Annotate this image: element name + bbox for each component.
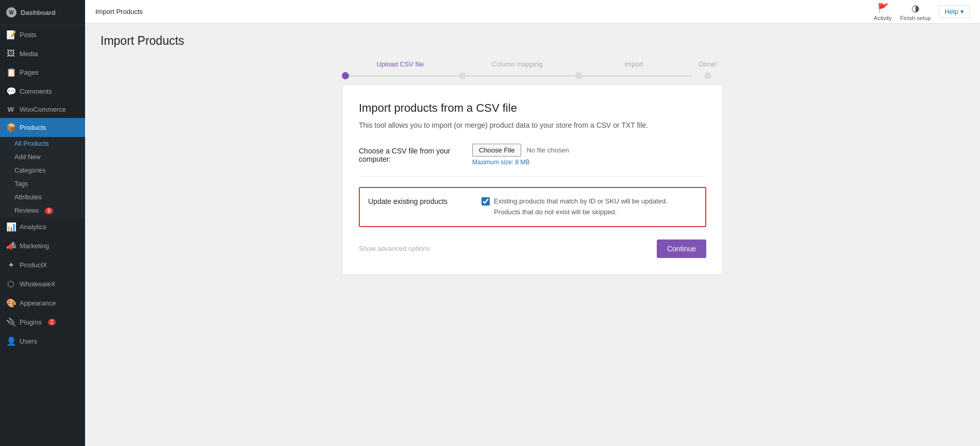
sidebar-item-pages[interactable]: 📋 Pages: [0, 63, 85, 82]
sidebar-item-plugins[interactable]: 🔌 Plugins 2: [0, 313, 85, 332]
all-products-label: All Products: [14, 140, 49, 147]
sidebar-item-attributes[interactable]: Attributes: [0, 191, 85, 204]
reviews-label: Reviews: [14, 207, 39, 214]
reviews-badge: 9: [45, 208, 53, 214]
sidebar-item-categories[interactable]: Categories: [0, 164, 85, 177]
sidebar-item-label: Posts: [20, 31, 37, 39]
continue-button[interactable]: Continue: [657, 239, 706, 258]
no-file-text: No file chosen: [526, 146, 569, 154]
sidebar-item-woocommerce[interactable]: W WooCommerce: [0, 101, 85, 118]
step-done-node: [704, 72, 711, 79]
file-upload-row: Choose a CSV file from your computer: Ch…: [359, 144, 706, 177]
sidebar-item-appearance[interactable]: 🎨 Appearance: [0, 294, 85, 313]
finish-setup-icon: ◑: [911, 3, 920, 14]
step-mapping: Column mapping: [459, 60, 576, 79]
finish-setup-label: Finish setup: [900, 15, 931, 21]
sidebar-item-users[interactable]: 👤 Users: [0, 332, 85, 351]
update-label: Update existing products: [368, 196, 471, 205]
show-advanced-link[interactable]: Show advanced options: [359, 245, 430, 252]
add-new-label: Add New: [14, 153, 41, 161]
sidebar-item-posts[interactable]: 📝 Posts: [0, 25, 85, 44]
sidebar-item-analytics[interactable]: 📊 Analytics: [0, 217, 85, 236]
sidebar-item-tags[interactable]: Tags: [0, 177, 85, 191]
sidebar-item-all-products[interactable]: All Products: [0, 137, 85, 150]
activity-label: Activity: [874, 15, 892, 21]
sidebar-logo-label: Dashboard: [21, 9, 56, 16]
step-bar-2: [466, 75, 576, 77]
step-bar-3: [583, 75, 692, 77]
step-done: Done!: [692, 60, 723, 79]
categories-label: Categories: [14, 167, 45, 174]
comments-icon: 💬: [6, 87, 15, 96]
max-size-text: Maximum size: 8 MB: [472, 159, 706, 166]
activity-icon: 🚩: [877, 3, 889, 14]
steps-track: Upload CSV file Column mapping: [342, 60, 723, 79]
sidebar-item-media[interactable]: 🖼 Media: [0, 44, 85, 63]
steps-progress: Upload CSV file Column mapping: [342, 60, 723, 84]
page-title: Import Products: [101, 34, 965, 48]
sidebar-item-label: Products: [20, 124, 46, 131]
appearance-icon: 🎨: [6, 298, 15, 308]
sidebar-item-label: ProductX: [20, 261, 47, 269]
update-checkbox[interactable]: [481, 197, 490, 205]
products-submenu: All Products Add New Categories Tags Att…: [0, 137, 85, 217]
sidebar-item-label: WooCommerce: [20, 106, 66, 113]
step-mapping-node: [459, 72, 466, 79]
sidebar-logo[interactable]: W Dashboard: [0, 0, 85, 25]
update-desc: Existing products that match by ID or SK…: [494, 196, 668, 218]
pages-icon: 📋: [6, 67, 15, 77]
activity-button[interactable]: 🚩 Activity: [874, 3, 892, 21]
sidebar-item-add-new[interactable]: Add New: [0, 150, 85, 164]
step-mapping-label: Column mapping: [492, 60, 542, 68]
file-control: Choose File No file chosen Maximum size:…: [472, 144, 706, 166]
tags-label: Tags: [14, 180, 28, 187]
file-label: Choose a CSV file from your computer:: [359, 144, 462, 163]
attributes-label: Attributes: [14, 194, 42, 201]
step-upload: Upload CSV file: [342, 60, 459, 79]
sidebar-item-label: Media: [20, 50, 38, 58]
finish-setup-button[interactable]: ◑ Finish setup: [900, 3, 931, 21]
choose-file-button[interactable]: Choose File: [472, 144, 521, 157]
card-subtitle: This tool allows you to import (or merge…: [359, 121, 706, 129]
update-existing-row: Update existing products Existing produc…: [359, 187, 706, 227]
productx-icon: ✦: [6, 260, 15, 270]
step-upload-label: Upload CSV file: [376, 60, 424, 68]
card-title: Import products from a CSV file: [359, 101, 706, 115]
plugins-icon: 🔌: [6, 317, 15, 327]
sidebar-item-label: WholesaleX: [20, 280, 55, 288]
file-input-row: Choose File No file chosen: [472, 144, 706, 157]
update-control: Existing products that match by ID or SK…: [481, 196, 697, 218]
sidebar-item-wholesalex[interactable]: ⬡ WholesaleX: [0, 275, 85, 294]
help-label: Help: [944, 8, 958, 15]
step-import-node: [575, 72, 583, 79]
update-desc-line2: Products that do not exist will be skipp…: [494, 207, 668, 218]
topbar-title: Import Products: [95, 8, 143, 15]
step-import: Import: [575, 60, 692, 79]
sidebar-item-label: Users: [20, 337, 37, 345]
step-upload-node: [342, 72, 349, 79]
topbar: Import Products 🚩 Activity ◑ Finish setu…: [85, 0, 980, 24]
users-icon: 👤: [6, 336, 15, 346]
sidebar-item-marketing[interactable]: 📣 Marketing: [0, 236, 85, 255]
main-area: Import Products 🚩 Activity ◑ Finish setu…: [85, 0, 980, 446]
sidebar-item-label: Appearance: [20, 299, 56, 307]
sidebar-item-reviews[interactable]: Reviews 9: [0, 204, 85, 217]
sidebar-item-comments[interactable]: 💬 Comments: [0, 82, 85, 101]
step-import-label: Import: [624, 60, 643, 68]
update-desc-line1: Existing products that match by ID or SK…: [494, 196, 668, 207]
sidebar-item-products[interactable]: 📦 Products: [0, 118, 85, 137]
wp-logo-icon: W: [6, 7, 16, 18]
sidebar-item-label: Marketing: [20, 242, 49, 250]
content-area: Import Products Upload CSV file Column m…: [85, 24, 980, 446]
products-icon: 📦: [6, 123, 15, 132]
marketing-icon: 📣: [6, 241, 15, 251]
step-bar-1: [349, 75, 459, 77]
help-button[interactable]: Help ▾: [939, 5, 970, 18]
sidebar-item-productx[interactable]: ✦ ProductX: [0, 255, 85, 275]
sidebar: W Dashboard 📝 Posts 🖼 Media 📋 Pages 💬 Co…: [0, 0, 85, 446]
analytics-icon: 📊: [6, 222, 15, 232]
topbar-right: 🚩 Activity ◑ Finish setup Help ▾: [874, 3, 970, 21]
import-card: Import products from a CSV file This too…: [342, 84, 723, 275]
woocommerce-icon: W: [6, 106, 15, 113]
step-done-label: Done!: [699, 60, 717, 68]
